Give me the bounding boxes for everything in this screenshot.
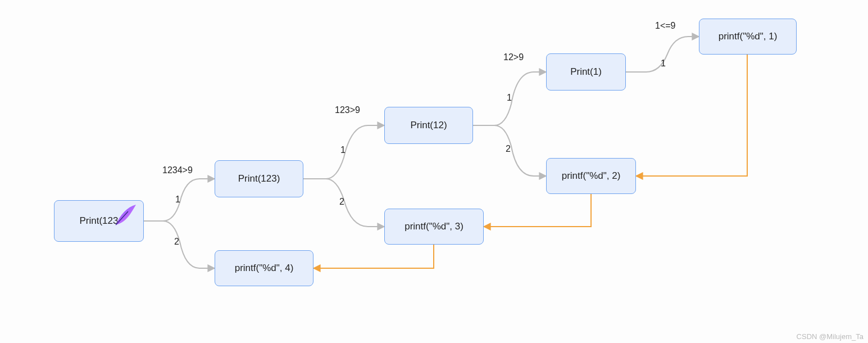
node-print-123-label: Print(123) xyxy=(238,173,280,184)
node-print-12: Print(12) xyxy=(384,107,473,144)
label-root-cond: 1234>9 xyxy=(162,165,193,175)
node-printf-1: printf("%d", 1) xyxy=(699,19,797,55)
label-p12-cond: 12>9 xyxy=(503,52,524,62)
label-p12-bot: 2 xyxy=(506,144,511,154)
label-p12-top: 1 xyxy=(507,93,512,103)
node-print-12-label: Print(12) xyxy=(410,120,447,131)
node-print-123: Print(123) xyxy=(215,160,303,197)
node-printf-4: printf("%d", 4) xyxy=(215,250,313,286)
label-p1-top: 1 xyxy=(661,58,666,69)
feather-icon xyxy=(112,202,138,228)
label-p1-cond: 1<=9 xyxy=(655,21,675,31)
label-root-bot: 2 xyxy=(174,237,179,247)
label-root-top: 1 xyxy=(175,195,180,205)
node-print-1-label: Print(1) xyxy=(570,66,602,78)
label-p123-bot: 2 xyxy=(339,197,344,207)
node-print-1: Print(1) xyxy=(546,53,626,91)
node-printf-3-label: printf("%d", 3) xyxy=(405,221,463,232)
node-printf-2-label: printf("%d", 2) xyxy=(562,170,621,182)
node-printf-4-label: printf("%d", 4) xyxy=(235,263,294,274)
node-printf-1-label: printf("%d", 1) xyxy=(719,31,778,42)
label-p123-top: 1 xyxy=(340,145,346,155)
node-printf-3: printf("%d", 3) xyxy=(384,209,484,245)
watermark: CSDN @Milujem_Ta xyxy=(797,332,864,341)
node-printf-2: printf("%d", 2) xyxy=(546,158,636,194)
label-p123-cond: 123>9 xyxy=(335,105,360,115)
